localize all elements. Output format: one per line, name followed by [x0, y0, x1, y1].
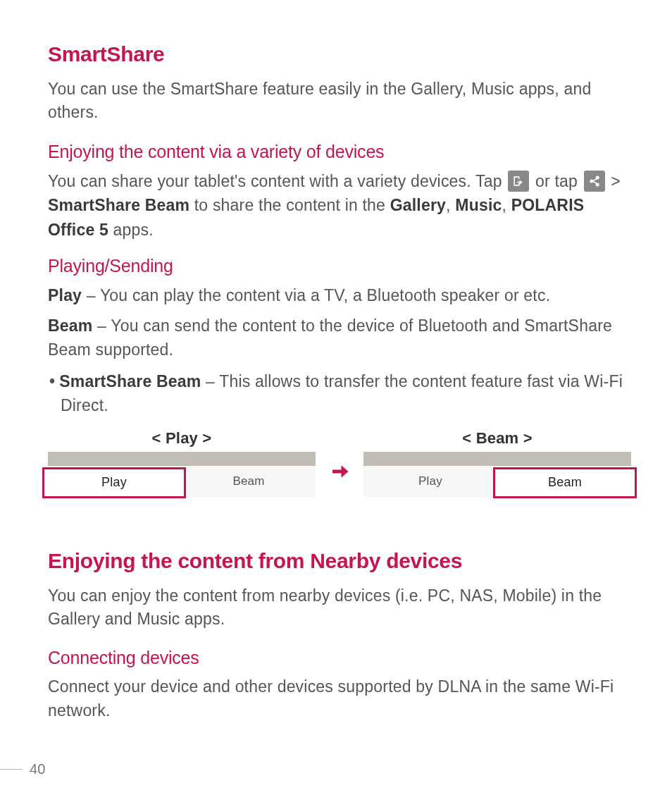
arrow-icon — [325, 441, 354, 485]
screenshot-play: Beam Play — [48, 452, 316, 497]
tab-play-highlight: Play — [42, 467, 186, 498]
heading-smartshare: SmartShare — [48, 42, 631, 66]
tabs-figure: < Play > Beam Play < Beam > Play Beam — [48, 429, 631, 497]
bold-ss-beam: SmartShare Beam — [59, 372, 201, 390]
intro-smartshare: You can use the SmartShare feature easil… — [48, 78, 631, 125]
page-number: 40 — [30, 761, 46, 777]
text-share-pre: You can share your tablet's content with… — [48, 172, 506, 190]
svg-point-1 — [590, 179, 593, 183]
bullet-dot: • — [49, 372, 59, 390]
screenshot-beam: Play Beam — [363, 452, 631, 497]
share-instruction: You can share your tablet's content with… — [48, 169, 631, 242]
heading-connecting: Connecting devices — [48, 648, 631, 668]
text-connecting: Connect your device and other devices su… — [48, 675, 631, 722]
share-nodes-icon — [584, 171, 605, 192]
bold-gallery: Gallery — [390, 196, 446, 214]
text-apps-end: apps. — [108, 221, 154, 239]
heading-playing-sending: Playing/Sending — [48, 256, 631, 276]
heading-enjoy-variety: Enjoying the content via a variety of de… — [48, 142, 631, 162]
comma2: , — [502, 196, 511, 214]
figure-play-column: < Play > Beam Play — [48, 429, 316, 497]
comma1: , — [446, 196, 455, 214]
text-gt: > — [611, 172, 621, 190]
tab-beam-highlight: Beam — [493, 467, 637, 498]
page-footer: 40 — [0, 761, 46, 777]
text-beam-def: – You can send the content to the device… — [48, 316, 612, 359]
bold-beam: Beam — [48, 316, 92, 335]
footer-line — [0, 769, 23, 770]
heading-enjoy-nearby: Enjoying the content from Nearby devices — [48, 549, 631, 573]
spacer — [48, 522, 631, 542]
tab-seg-play-bg-2: Play — [363, 474, 497, 488]
caption-play: < Play > — [48, 429, 316, 448]
caption-beam: < Beam > — [363, 429, 631, 448]
share-export-icon — [508, 171, 529, 192]
bold-play: Play — [48, 286, 82, 304]
text-play-def: – You can play the content via a TV, a B… — [82, 286, 550, 304]
text-share-post2: to share the content in the — [189, 196, 390, 214]
tab-seg-beam-bg: Beam — [182, 474, 316, 488]
text-enjoy-nearby: You can enjoy the content from nearby de… — [48, 584, 631, 632]
bold-music: Music — [455, 196, 502, 214]
figure-beam-column: < Beam > Play Beam — [363, 429, 631, 497]
text-share-mid: or tap — [535, 172, 583, 190]
bullet-smartshare-beam: •SmartShare Beam – This allows to transf… — [48, 369, 631, 418]
play-definition: Play – You can play the content via a TV… — [48, 283, 631, 308]
beam-definition: Beam – You can send the content to the d… — [48, 314, 631, 362]
bold-smartshare-beam: SmartShare Beam — [48, 196, 189, 214]
